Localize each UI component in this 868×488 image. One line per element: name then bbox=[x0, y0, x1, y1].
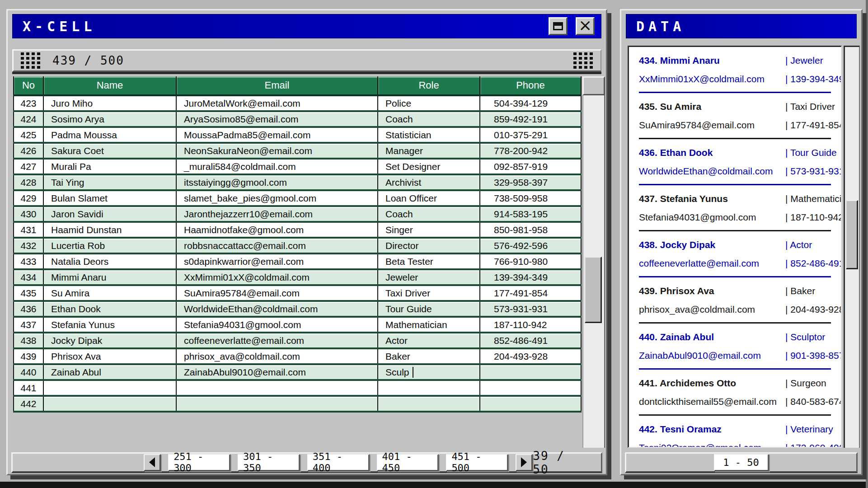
cell-name[interactable]: Su Amira bbox=[43, 285, 176, 301]
cell-no[interactable]: 435 bbox=[14, 285, 43, 301]
cell-no[interactable]: 441 bbox=[14, 380, 43, 396]
cell-email[interactable]: s0dapinkwarrior@email.com bbox=[176, 253, 378, 269]
cell-name[interactable]: Lucertia Rob bbox=[43, 238, 176, 253]
cell-no[interactable]: 424 bbox=[14, 111, 43, 127]
cell-phone[interactable]: 573-931-931 bbox=[480, 301, 581, 317]
cell-email[interactable]: AryaSosimo85@email.com bbox=[176, 111, 378, 127]
cell-name[interactable]: Natalia Deors bbox=[43, 253, 176, 269]
cell-no[interactable]: 439 bbox=[14, 348, 43, 364]
cell-role[interactable]: Jeweler bbox=[378, 269, 480, 285]
cell-role-editing[interactable]: Sculp bbox=[378, 364, 480, 380]
cell-email[interactable] bbox=[176, 380, 378, 396]
cell-email[interactable]: SuAmira95784@email.com bbox=[176, 285, 378, 301]
cell-email[interactable]: NeonSakuraNeon@email.com bbox=[176, 143, 378, 159]
cell-phone[interactable]: 139-394-349 bbox=[480, 269, 581, 285]
cell-name[interactable]: Juro Miho bbox=[43, 95, 176, 111]
cell-phone[interactable]: 177-491-854 bbox=[480, 285, 581, 301]
cell-no[interactable]: 423 bbox=[14, 95, 43, 111]
cell-email[interactable]: _murali584@coldmail.com bbox=[176, 159, 378, 174]
cell-email[interactable]: XxMimmi01xX@coldmail.com bbox=[176, 269, 378, 285]
cell-role[interactable]: Beta Tester bbox=[378, 253, 480, 269]
page-range-button[interactable]: 351 - 400 bbox=[307, 454, 370, 471]
cell-role[interactable]: Mathematician bbox=[378, 317, 480, 333]
page-range-button[interactable]: 451 - 500 bbox=[446, 454, 508, 471]
cell-name[interactable]: Bulan Slamet bbox=[43, 190, 176, 206]
range-button[interactable]: 1 - 50 bbox=[714, 454, 769, 471]
data-scrollbar-thumb[interactable] bbox=[846, 200, 858, 269]
cell-phone[interactable]: 010-375-291 bbox=[480, 127, 581, 143]
cell-phone[interactable]: 329-958-397 bbox=[480, 174, 581, 190]
cell-name[interactable] bbox=[43, 380, 176, 396]
cell-phone[interactable] bbox=[480, 396, 581, 412]
cell-phone[interactable]: 778-200-942 bbox=[480, 143, 581, 159]
cell-email[interactable]: Stefania94031@gmool.com bbox=[176, 317, 378, 333]
cell-no[interactable]: 442 bbox=[14, 396, 43, 412]
cell-email[interactable] bbox=[176, 396, 378, 412]
page-range-button[interactable]: 401 - 450 bbox=[377, 454, 439, 471]
cell-name[interactable]: Stefania Yunus bbox=[43, 317, 176, 333]
cell-phone[interactable]: 852-486-491 bbox=[480, 333, 581, 348]
cell-phone[interactable]: 914-583-195 bbox=[480, 206, 581, 222]
cell-name[interactable]: Haamid Dunstan bbox=[43, 222, 176, 238]
cell-name[interactable]: Jocky Dipak bbox=[43, 333, 176, 348]
cell-name[interactable]: Mimmi Anaru bbox=[43, 269, 176, 285]
cell-phone[interactable]: 859-492-191 bbox=[480, 111, 581, 127]
cell-phone[interactable]: 576-492-596 bbox=[480, 238, 581, 253]
scrollbar-thumb[interactable] bbox=[585, 257, 602, 323]
cell-phone[interactable]: 766-910-980 bbox=[480, 253, 581, 269]
cell-email[interactable]: Jaronthejazzerr10@email.com bbox=[176, 206, 378, 222]
cell-no[interactable]: 436 bbox=[14, 301, 43, 317]
cell-name[interactable]: Phrisox Ava bbox=[43, 348, 176, 364]
cell-no[interactable]: 431 bbox=[14, 222, 43, 238]
cell-email[interactable]: phrisox_ava@coldmail.com bbox=[176, 348, 378, 364]
cell-role[interactable]: Coach bbox=[378, 206, 480, 222]
cell-email[interactable]: MoussaPadma85@email.com bbox=[176, 127, 378, 143]
cell-phone[interactable] bbox=[480, 380, 581, 396]
cell-role[interactable]: Taxi Driver bbox=[378, 285, 480, 301]
cell-role[interactable]: Set Designer bbox=[378, 159, 480, 174]
cell-phone[interactable]: 187-110-942 bbox=[480, 317, 581, 333]
cell-no[interactable]: 437 bbox=[14, 317, 43, 333]
cell-role[interactable]: Singer bbox=[378, 222, 480, 238]
cell-phone[interactable]: 850-981-958 bbox=[480, 222, 581, 238]
cell-email[interactable]: ZainabAbul9010@email.com bbox=[176, 364, 378, 380]
cell-name[interactable]: Murali Pa bbox=[43, 159, 176, 174]
scrollbar-track[interactable] bbox=[582, 95, 605, 448]
cell-phone[interactable]: 092-857-919 bbox=[480, 159, 581, 174]
cell-no[interactable]: 425 bbox=[14, 127, 43, 143]
cell-email[interactable]: JuroMetalWork@email.com bbox=[176, 95, 378, 111]
cell-role[interactable] bbox=[378, 380, 480, 396]
cell-name[interactable] bbox=[43, 396, 176, 412]
cell-name[interactable]: Sosimo Arya bbox=[43, 111, 176, 127]
cell-no[interactable]: 432 bbox=[14, 238, 43, 253]
cell-name[interactable]: Jaron Savidi bbox=[43, 206, 176, 222]
cell-email[interactable]: itsstaiyingg@gmool.com bbox=[176, 174, 378, 190]
cell-name[interactable]: Padma Moussa bbox=[43, 127, 176, 143]
cell-no[interactable]: 429 bbox=[14, 190, 43, 206]
cell-phone[interactable] bbox=[480, 364, 581, 380]
next-page-button[interactable] bbox=[516, 454, 533, 471]
page-range-button[interactable]: 301 - 350 bbox=[238, 454, 300, 471]
cell-role[interactable]: Manager bbox=[378, 143, 480, 159]
cell-no[interactable]: 426 bbox=[14, 143, 43, 159]
cell-email[interactable]: Haamidnotfake@gmool.com bbox=[176, 222, 378, 238]
cell-role[interactable]: Coach bbox=[378, 111, 480, 127]
cell-role[interactable]: Police bbox=[378, 95, 480, 111]
cell-email[interactable]: slamet_bake_pies@gmool.com bbox=[176, 190, 378, 206]
cell-no[interactable]: 440 bbox=[14, 364, 43, 380]
prev-page-button[interactable] bbox=[144, 454, 161, 471]
cell-phone[interactable]: 738-509-958 bbox=[480, 190, 581, 206]
page-range-button[interactable]: 251 - 300 bbox=[168, 454, 230, 471]
cell-no[interactable]: 438 bbox=[14, 333, 43, 348]
cell-name[interactable]: Zainab Abul bbox=[43, 364, 176, 380]
close-button[interactable]: × bbox=[576, 17, 595, 35]
cell-role[interactable] bbox=[378, 396, 480, 412]
cell-no[interactable]: 427 bbox=[14, 159, 43, 174]
cell-name[interactable]: Ethan Dook bbox=[43, 301, 176, 317]
cell-role[interactable]: Archivist bbox=[378, 174, 480, 190]
cell-email[interactable]: WorldwideEthan@coldmail.com bbox=[176, 301, 378, 317]
cell-role[interactable]: Loan Officer bbox=[378, 190, 480, 206]
cell-name[interactable]: Sakura Coet bbox=[43, 143, 176, 159]
cell-name[interactable]: Tai Ying bbox=[43, 174, 176, 190]
cell-no[interactable]: 428 bbox=[14, 174, 43, 190]
